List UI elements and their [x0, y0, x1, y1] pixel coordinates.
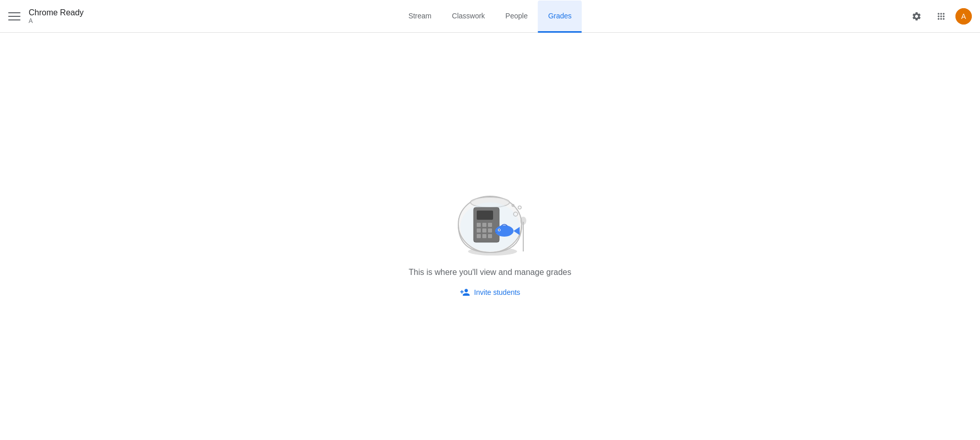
person-add-icon	[460, 287, 470, 297]
svg-rect-15	[477, 234, 481, 238]
svg-rect-8	[477, 211, 493, 220]
invite-students-label: Invite students	[474, 288, 520, 296]
app-header: Chrome Ready A Stream Classwork People G…	[0, 0, 980, 33]
avatar[interactable]: A	[955, 8, 972, 25]
svg-point-26	[520, 217, 526, 225]
class-name: Chrome Ready	[29, 8, 84, 17]
nav-tabs: Stream Classwork People Grades	[398, 0, 582, 32]
fishbowl-illustration	[444, 176, 536, 258]
svg-rect-13	[482, 228, 486, 233]
svg-rect-14	[488, 228, 492, 233]
main-content: This is where you'll view and manage gra…	[0, 33, 980, 440]
gear-icon	[911, 11, 922, 21]
empty-description: This is where you'll view and manage gra…	[409, 268, 571, 277]
svg-text:A: A	[961, 12, 966, 20]
class-section: A	[29, 17, 84, 25]
invite-students-link[interactable]: Invite students	[460, 287, 520, 297]
tab-stream[interactable]: Stream	[398, 1, 441, 33]
svg-point-23	[518, 206, 521, 209]
svg-point-21	[499, 229, 500, 230]
tab-people[interactable]: People	[495, 1, 538, 33]
menu-icon[interactable]	[8, 10, 20, 22]
header-right: A	[906, 6, 972, 27]
svg-rect-10	[482, 223, 486, 227]
svg-point-18	[495, 225, 514, 237]
svg-rect-9	[477, 223, 481, 227]
svg-rect-17	[488, 234, 492, 238]
svg-rect-11	[488, 223, 492, 227]
apps-button[interactable]	[931, 6, 951, 27]
header-left: Chrome Ready A	[8, 8, 110, 25]
class-title: Chrome Ready A	[29, 8, 84, 25]
tab-classwork[interactable]: Classwork	[442, 1, 496, 33]
svg-rect-12	[477, 228, 481, 233]
grid-icon	[936, 11, 946, 21]
empty-state: This is where you'll view and manage gra…	[409, 176, 571, 297]
settings-button[interactable]	[906, 6, 927, 27]
svg-rect-16	[482, 234, 486, 238]
tab-grades[interactable]: Grades	[538, 1, 582, 33]
avatar-image: A	[955, 8, 972, 25]
